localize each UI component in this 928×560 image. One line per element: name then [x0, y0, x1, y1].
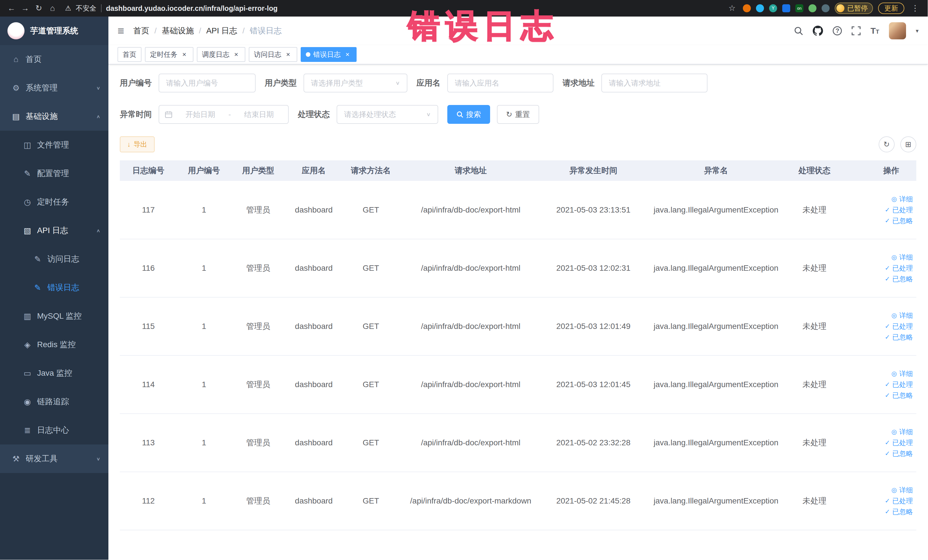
fullscreen-icon[interactable] — [852, 26, 861, 35]
sidebar-item-system-management[interactable]: ⚙ 系统管理 ∨ — [0, 73, 108, 102]
view-tab[interactable]: 定时任务 × — [145, 47, 194, 62]
search-button[interactable]: 搜索 — [447, 105, 490, 124]
reset-button[interactable]: ↻ 重置 — [497, 105, 539, 124]
font-size-icon[interactable]: TT — [870, 26, 879, 36]
exception-time-range-picker[interactable]: 开始日期 - 结束日期 — [159, 105, 289, 124]
close-icon[interactable]: × — [180, 50, 188, 58]
breadcrumb-item[interactable]: API 日志 — [206, 25, 237, 36]
user-id-input[interactable] — [166, 79, 248, 88]
extension-icon[interactable] — [821, 4, 830, 12]
user-menu-caret-icon[interactable]: ▾ — [916, 27, 919, 34]
help-icon[interactable]: ? — [833, 26, 842, 35]
sidebar-item-error-log[interactable]: ✎ 错误日志 — [0, 273, 108, 302]
action-label: 已处理 — [892, 322, 913, 331]
sidebar-item-label: 访问日志 — [47, 253, 101, 264]
extension-icon[interactable] — [743, 4, 751, 12]
sidebar-item-trace[interactable]: ◉ 链路追踪 — [0, 388, 108, 416]
mark-ignored-link[interactable]: ✓已忽略 — [885, 507, 913, 516]
cell-user_id: 1 — [177, 239, 231, 297]
detail-link[interactable]: ◎详细 — [891, 253, 913, 262]
breadcrumb-item[interactable]: 首页 — [133, 25, 149, 36]
browser-menu-icon[interactable]: ⋮ — [910, 0, 921, 17]
mark-processed-link[interactable]: ✓已处理 — [885, 496, 913, 505]
view-tab[interactable]: 访问日志 × — [249, 47, 297, 62]
refresh-icon: ↻ — [506, 110, 512, 119]
mark-processed-link[interactable]: ✓已处理 — [885, 205, 913, 215]
close-icon[interactable]: × — [284, 50, 292, 58]
mark-processed-link[interactable]: ✓已处理 — [885, 438, 913, 447]
extension-on-badge[interactable]: on — [795, 4, 803, 12]
sidebar-item-access-log[interactable]: ✎ 访问日志 — [0, 245, 108, 273]
detail-link[interactable]: ◎详细 — [891, 485, 913, 495]
mark-processed-link[interactable]: ✓已处理 — [885, 264, 913, 273]
mark-ignored-link[interactable]: ✓已忽略 — [885, 449, 913, 458]
address-bar[interactable]: ⚠ 不安全 dashboard.yudao.iocoder.cn/infra/l… — [61, 4, 724, 13]
sidebar-item-redis-monitor[interactable]: ◈ Redis 监控 — [0, 330, 108, 359]
reload-icon[interactable]: ↻ — [33, 0, 44, 17]
browser-update-button[interactable]: 更新 — [878, 3, 904, 14]
extension-icon[interactable] — [809, 4, 817, 12]
sidebar-item-home[interactable]: ⌂ 首页 — [0, 45, 108, 73]
detail-link[interactable]: ◎详细 — [891, 369, 913, 378]
forward-icon[interactable]: → — [20, 0, 31, 17]
hamburger-icon[interactable]: ≡ — [118, 24, 124, 37]
extension-icon[interactable] — [782, 4, 790, 12]
search-icon[interactable] — [794, 26, 803, 35]
detail-link[interactable]: ◎详细 — [891, 311, 913, 320]
close-icon[interactable]: × — [232, 50, 240, 58]
user-avatar[interactable] — [889, 22, 906, 40]
table-row: 1161管理员dashboardGET/api/infra/db-doc/exp… — [120, 239, 916, 297]
sidebar-item-config-management[interactable]: ✎ 配置管理 — [0, 159, 108, 188]
user-type-select[interactable]: 请选择用户类型 ∨ — [304, 73, 408, 92]
cell-url: /api/infra/db-doc/export-markdown — [399, 472, 542, 530]
sidebar-item-dev-tools[interactable]: ⚒ 研发工具 ∨ — [0, 444, 108, 473]
browser-home-icon[interactable]: ⌂ — [47, 0, 58, 17]
view-tab[interactable]: 调度日志 × — [197, 47, 245, 62]
redis-icon: ◈ — [23, 340, 32, 349]
sidebar-item-label: 链路追踪 — [37, 396, 101, 407]
profile-paused-badge[interactable]: 已暂停 — [835, 3, 873, 14]
extension-icon[interactable] — [756, 4, 764, 12]
extension-icon[interactable]: Y — [769, 4, 777, 12]
detail-link[interactable]: ◎详细 — [891, 195, 913, 204]
sidebar-item-api-logs[interactable]: ▧ API 日志 ∧ — [0, 216, 108, 245]
refresh-button[interactable]: ↻ — [879, 136, 894, 153]
github-icon[interactable] — [813, 26, 823, 36]
mark-ignored-link[interactable]: ✓已忽略 — [885, 391, 913, 400]
back-icon[interactable]: ← — [6, 0, 17, 17]
mark-ignored-link[interactable]: ✓已忽略 — [885, 275, 913, 284]
eye-icon: ◎ — [891, 312, 897, 319]
sidebar-item-scheduled-jobs[interactable]: ◷ 定时任务 — [0, 188, 108, 216]
sidebar-item-file-management[interactable]: ◫ 文件管理 — [0, 131, 108, 159]
security-warning-icon[interactable]: ⚠ — [65, 4, 71, 12]
sidebar-item-java-monitor[interactable]: ▭ Java 监控 — [0, 359, 108, 388]
view-tab[interactable]: 错误日志 × — [301, 47, 357, 62]
view-tab[interactable]: 首页 — [118, 47, 142, 62]
start-date-input[interactable]: 开始日期 — [177, 110, 224, 119]
sidebar-item-label: 日志中心 — [37, 425, 101, 436]
eye-icon: ◎ — [891, 487, 897, 494]
sidebar-item-log-center[interactable]: ≣ 日志中心 — [0, 416, 108, 444]
check-icon: ✓ — [885, 508, 890, 516]
column-header: 异常名 — [645, 160, 788, 181]
sidebar-item-mysql-monitor[interactable]: ▥ MySQL 监控 — [0, 302, 108, 330]
action-label: 详细 — [899, 195, 913, 204]
column-settings-button[interactable]: ⊞ — [901, 136, 916, 153]
app-name-input[interactable] — [455, 79, 546, 88]
export-button[interactable]: ↓ 导出 — [120, 136, 155, 153]
mark-ignored-link[interactable]: ✓已忽略 — [885, 333, 913, 342]
process-status-select[interactable]: 请选择处理状态 ∨ — [337, 105, 438, 124]
end-date-input[interactable]: 结束日期 — [235, 110, 282, 119]
cell-actions: ◎详细✓已处理✓已忽略 — [841, 239, 916, 297]
sidebar-item-infrastructure[interactable]: ▤ 基础设施 ∧ — [0, 102, 108, 131]
mark-processed-link[interactable]: ✓已处理 — [885, 380, 913, 389]
sidebar-filler — [0, 473, 108, 560]
bookmark-star-icon[interactable]: ☆ — [726, 0, 738, 17]
app-logo[interactable]: 芋道管理系统 — [0, 17, 108, 45]
mark-processed-link[interactable]: ✓已处理 — [885, 322, 913, 331]
detail-link[interactable]: ◎详细 — [891, 427, 913, 436]
request-url-input[interactable] — [609, 79, 700, 88]
mark-ignored-link[interactable]: ✓已忽略 — [885, 216, 913, 225]
close-icon[interactable]: × — [343, 50, 351, 58]
breadcrumb-item[interactable]: 基础设施 — [162, 25, 194, 36]
